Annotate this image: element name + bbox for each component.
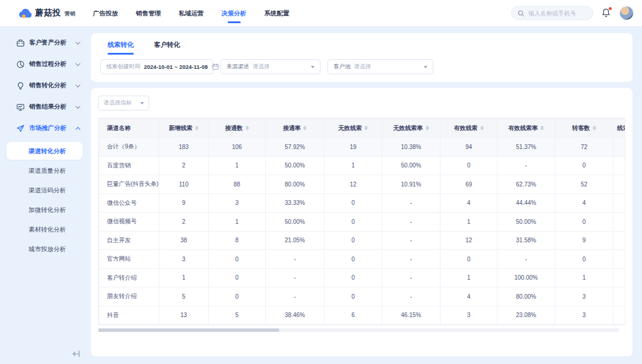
date-range-picker[interactable]: 线索创建时间 2024-10-01 ~ 2024-11-08 [100, 59, 213, 74]
value-cell: 110 [159, 175, 209, 194]
sidebar-group-label: 销售过程分析 [29, 60, 67, 68]
value-cell: 57.92% [266, 138, 325, 157]
table-row: 客户转介绍10-0-1100.00%1 [99, 268, 626, 287]
value-cell: 3 [440, 306, 498, 325]
sidebar: 客户资产分析销售过程分析销售转化分析销售结果分析市场推广分析渠道转化分析渠道质量… [0, 26, 89, 364]
value-cell: 72 [555, 138, 613, 157]
column-header-8[interactable]: 有效线索率 [498, 119, 555, 138]
value-cell: 0 [209, 287, 266, 306]
value-cell: 5 [159, 287, 209, 306]
table-row: 朋友转介绍50-0-480.00%3 [99, 287, 626, 306]
sidebar-subitem-4[interactable]: 加微转化分析 [7, 201, 83, 219]
value-cell: 8 [209, 231, 266, 250]
value-cell [613, 287, 626, 306]
user-avatar[interactable] [619, 6, 634, 20]
value-cell: 0 [325, 231, 382, 250]
sidebar-group-5[interactable]: 市场推广分析 [0, 118, 89, 139]
value-cell: 94 [440, 138, 498, 157]
value-cell: 69 [440, 175, 498, 194]
value-cell: 33.33% [266, 194, 325, 213]
notification-bell[interactable] [601, 8, 612, 18]
value-cell: - [382, 194, 440, 213]
value-cell: 0 [555, 250, 613, 269]
column-header-6[interactable]: 无效线索率 [382, 119, 440, 138]
sidebar-submenu: 渠道转化分析渠道质量分析渠道活码分析加微转化分析素材转化分析城市投放分析 [0, 139, 89, 261]
nav-item-4[interactable]: 决策分析 [222, 0, 247, 26]
column-header-9[interactable]: 转客数 [555, 119, 613, 138]
nav-item-2[interactable]: 销售管理 [136, 0, 161, 26]
search-input[interactable] [528, 10, 587, 17]
table-total-row: 合计（9条）18310657.92%1910.38%9451.37%72 [99, 138, 626, 157]
top-navbar: 蘑菇投 营销 广告投放销售管理私域运营决策分析系统配置 [0, 0, 642, 26]
value-cell: - [266, 268, 325, 287]
value-cell: 0 [555, 213, 613, 232]
channel-name-cell: 微信公众号 [99, 194, 159, 213]
column-header-10[interactable]: 线索转客率 [613, 119, 626, 138]
channel-name-cell: 官方网站 [99, 250, 159, 269]
sidebar-group-label: 市场推广分析 [29, 124, 67, 132]
sort-icon [593, 126, 596, 131]
collapse-sidebar-icon[interactable] [71, 349, 81, 359]
sort-icon [364, 126, 368, 131]
value-cell: 44.44% [498, 194, 555, 213]
channel-name-cell: 合计（9条） [99, 138, 159, 157]
source-channel-placeholder: 请选择 [253, 63, 270, 71]
value-cell: - [382, 250, 440, 269]
value-cell: 0 [440, 250, 498, 269]
sidebar-group-1[interactable]: 客户资产分析 [0, 32, 89, 53]
source-channel-select[interactable]: 来源渠道 请选择 [221, 59, 320, 74]
sidebar-group-4[interactable]: 销售结果分析 [0, 96, 89, 118]
value-cell: 12 [325, 175, 382, 194]
value-cell: 1 [159, 268, 209, 287]
table-row: 微信视频号2150.00%0-150.00%0 [99, 213, 626, 232]
table-card: 请选择指标 渠道名称新增线索接通数接通率无效线索无效线索率有效线索有效线索率转客… [91, 88, 632, 356]
value-cell: 10.38% [382, 138, 440, 157]
tab-lead-conversion[interactable]: 线索转化 [108, 40, 134, 55]
value-cell: 3 [159, 250, 209, 269]
filter-row: 线索创建时间 2024-10-01 ~ 2024-11-08 来源渠道 请选择 … [100, 59, 623, 74]
value-cell: 0 [325, 213, 382, 232]
customer-pool-select[interactable]: 客户池 请选择 [328, 59, 433, 74]
column-header-4[interactable]: 接通率 [266, 119, 325, 138]
nav-item-1[interactable]: 广告投放 [93, 0, 118, 26]
sidebar-group-3[interactable]: 销售转化分析 [0, 75, 89, 96]
value-cell: - [498, 250, 555, 269]
channel-name-cell: 自主开发 [99, 231, 159, 250]
app-logo[interactable]: 蘑菇投 营销 [18, 7, 75, 20]
sidebar-group-2[interactable]: 销售过程分析 [0, 53, 89, 75]
column-label: 转客数 [572, 124, 590, 132]
scrollbar-thumb[interactable] [98, 328, 279, 332]
date-range-value: 2024-10-01 ~ 2024-11-08 [144, 64, 208, 70]
tab-customer-conversion[interactable]: 客户转化 [154, 40, 180, 55]
sidebar-subitem-2[interactable]: 渠道质量分析 [7, 162, 83, 179]
sidebar-subitem-3[interactable]: 渠道活码分析 [7, 181, 83, 199]
column-header-2[interactable]: 新增线索 [159, 119, 209, 138]
column-label: 无效线索 [338, 124, 362, 132]
column-label: 接通数 [225, 124, 243, 132]
sort-icon [426, 126, 429, 131]
sidebar-subitem-5[interactable]: 素材转化分析 [7, 220, 83, 238]
value-cell: 50.00% [382, 156, 440, 175]
chevron-down-icon [75, 82, 80, 87]
global-search[interactable] [511, 6, 593, 20]
value-cell: 5 [209, 306, 266, 325]
value-cell: 3 [555, 287, 613, 306]
sidebar-group-label: 销售结果分析 [29, 103, 67, 111]
nav-item-5[interactable]: 系统配置 [265, 0, 289, 26]
sidebar-subitem-6[interactable]: 城市投放分析 [7, 240, 83, 258]
value-cell: 0 [325, 194, 382, 213]
date-range-label: 线索创建时间 [106, 63, 140, 71]
value-cell: 2 [159, 213, 209, 232]
column-header-5[interactable]: 无效线索 [325, 119, 382, 138]
sort-icon [303, 126, 307, 131]
metric-select[interactable]: 请选择指标 [98, 96, 149, 110]
column-header-7[interactable]: 有效线索 [440, 119, 498, 138]
caret-down-icon [140, 102, 144, 105]
chevron-down-icon [75, 39, 80, 44]
nav-item-3[interactable]: 私域运营 [179, 0, 204, 26]
column-header-3[interactable]: 接通数 [209, 119, 266, 138]
customer-pool-placeholder: 请选择 [354, 63, 372, 71]
value-cell: - [266, 250, 325, 269]
channel-name-cell: 朋友转介绍 [99, 287, 159, 306]
sidebar-subitem-1[interactable]: 渠道转化分析 [7, 142, 83, 160]
